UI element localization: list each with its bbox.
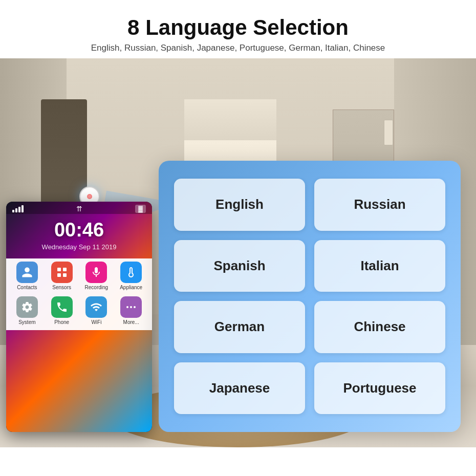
room-background: ⇈ ▓ 00:46 Wednesday Sep 11 2019 Contacts…	[0, 58, 476, 447]
japanese-label: Japanese	[209, 380, 270, 396]
wifi-icon: ⇈	[76, 205, 82, 213]
apps-row-1: Contacts Sensors Recording	[6, 258, 152, 293]
system-icon	[16, 296, 38, 318]
svg-point-4	[126, 306, 128, 308]
language-italian-btn[interactable]: Italian	[314, 240, 445, 292]
svg-rect-3	[63, 273, 67, 277]
phone-time: 00:46	[6, 214, 152, 243]
language-panel: English Russian Spanish Italian German C…	[159, 161, 461, 432]
status-bar: ⇈ ▓	[6, 202, 152, 214]
chinese-label: Chinese	[354, 319, 405, 335]
german-label: German	[214, 319, 265, 335]
signal-bar-3	[18, 207, 20, 212]
phone-screen: ⇈ ▓ 00:46 Wednesday Sep 11 2019 Contacts…	[6, 202, 152, 432]
appliance-label: Appliance	[120, 285, 142, 290]
apps-row-2: System Phone WiFi	[6, 293, 152, 330]
language-portuguese-btn[interactable]: Portuguese	[314, 362, 445, 415]
signal-bar-2	[15, 208, 17, 212]
signal-bar-1	[12, 210, 14, 212]
phone-icon	[51, 296, 73, 318]
app-system[interactable]: System	[11, 296, 43, 325]
language-english-btn[interactable]: English	[174, 179, 305, 231]
app-contacts[interactable]: Contacts	[11, 262, 43, 290]
wifi-app-icon	[85, 296, 107, 318]
contacts-icon	[16, 262, 38, 283]
language-german-btn[interactable]: German	[174, 301, 305, 353]
phone-device: ⇈ ▓ 00:46 Wednesday Sep 11 2019 Contacts…	[6, 202, 152, 432]
page-header: 8 Language Selection English, Russian, S…	[0, 0, 476, 58]
more-icon	[120, 296, 142, 318]
system-label: System	[18, 319, 35, 325]
signal-bars	[12, 205, 24, 212]
page-title: 8 Language Selection	[10, 15, 466, 40]
svg-point-5	[130, 306, 132, 308]
portuguese-label: Portuguese	[343, 380, 416, 396]
russian-label: Russian	[354, 197, 405, 212]
app-phone[interactable]: Phone	[46, 296, 78, 325]
page-subtitle: English, Russian, Spanish, Japanese, Por…	[10, 43, 466, 53]
svg-rect-1	[63, 268, 67, 271]
hallway-ceiling	[184, 99, 276, 140]
spanish-label: Spanish	[213, 258, 265, 274]
sensors-icon	[51, 262, 73, 283]
recording-icon	[85, 262, 107, 283]
more-label: More...	[123, 319, 139, 325]
svg-rect-0	[57, 268, 61, 271]
app-recording[interactable]: Recording	[81, 262, 113, 290]
signal-bar-4	[21, 205, 24, 212]
phone-date: Wednesday Sep 11 2019	[6, 243, 152, 258]
language-japanese-btn[interactable]: Japanese	[174, 362, 305, 415]
phone-label: Phone	[54, 319, 69, 325]
wall-device-dot	[87, 194, 92, 199]
app-appliance[interactable]: Appliance	[115, 262, 147, 290]
language-spanish-btn[interactable]: Spanish	[174, 240, 305, 292]
app-more[interactable]: More...	[115, 296, 147, 325]
battery-icon: ▓	[135, 205, 146, 213]
svg-rect-2	[57, 273, 61, 277]
svg-point-6	[134, 306, 136, 308]
sensors-label: Sensors	[52, 285, 71, 290]
contacts-label: Contacts	[17, 285, 37, 290]
italian-label: Italian	[360, 258, 399, 274]
language-russian-btn[interactable]: Russian	[314, 179, 445, 231]
wall-telephone	[384, 120, 393, 145]
recording-label: Recording	[85, 285, 109, 290]
app-sensors[interactable]: Sensors	[46, 262, 78, 290]
english-label: English	[215, 197, 264, 212]
language-chinese-btn[interactable]: Chinese	[314, 301, 445, 353]
app-wifi[interactable]: WiFi	[81, 296, 113, 325]
wifi-label: WiFi	[91, 319, 101, 325]
appliance-icon	[120, 262, 142, 283]
